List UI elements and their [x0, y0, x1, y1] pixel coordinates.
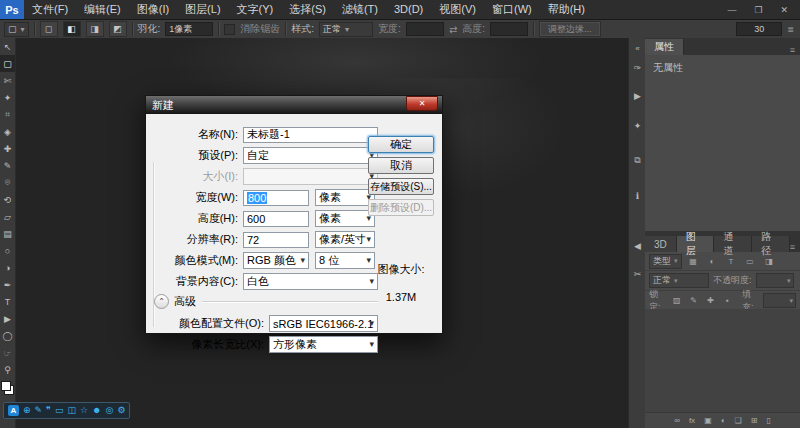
styles-panel-icon[interactable]: ✦ — [629, 118, 646, 134]
collapse-panels-icon[interactable]: « — [629, 40, 646, 56]
clone-source-panel-icon[interactable]: ⧉ — [629, 152, 646, 168]
advanced-section-toggle[interactable]: ⌃ 高级 — [154, 294, 378, 309]
workspace-field[interactable]: 30 — [736, 22, 782, 36]
actions-panel-icon[interactable]: ▶ — [629, 88, 646, 104]
tab-3d[interactable]: 3D — [645, 236, 677, 252]
filter-shape-icon[interactable]: ▭ — [743, 254, 758, 269]
height-unit-dropdown[interactable]: 像素 — [315, 210, 375, 227]
menu-view[interactable]: 视图(V) — [431, 0, 484, 19]
selection-add-button[interactable]: ◧ — [63, 21, 81, 37]
layers-list[interactable] — [645, 309, 800, 413]
feather-input[interactable]: 1像素 — [165, 22, 213, 36]
ok-button[interactable]: 确定 — [368, 136, 434, 153]
blend-mode-dropdown[interactable]: 正常 — [649, 273, 709, 288]
eraser-tool[interactable]: ▱ — [0, 208, 15, 225]
layer-mask-icon[interactable]: ▣ — [704, 416, 712, 425]
new-group-icon[interactable]: ❏ — [735, 416, 742, 425]
style-dropdown[interactable]: 正常 — [319, 22, 373, 37]
ime-search-icon[interactable]: ◎ — [106, 403, 114, 418]
lock-position-icon[interactable]: ✚ — [704, 293, 717, 308]
minimize-button[interactable]: — — [727, 5, 736, 15]
menu-edit[interactable]: 编辑(E) — [76, 0, 129, 19]
pixel-aspect-dropdown[interactable]: 方形像素 — [269, 336, 378, 353]
ime-keyboard-icon[interactable]: ▭ — [55, 403, 64, 418]
menu-filter[interactable]: 滤镜(T) — [334, 0, 386, 19]
crop-tool[interactable]: ⌗ — [0, 106, 15, 123]
lock-pixels-icon[interactable]: ✎ — [687, 293, 700, 308]
shape-tool[interactable]: ◯ — [0, 327, 15, 344]
resolution-input[interactable]: 72 — [243, 232, 309, 248]
ime-settings-icon[interactable]: ⚙ — [117, 403, 125, 418]
swap-dimensions-icon[interactable]: ⇄ — [449, 24, 457, 35]
ime-punctuation-icon[interactable]: ❞ — [46, 403, 51, 418]
color-mode-dropdown[interactable]: RGB 颜色 — [243, 252, 309, 269]
color-profile-dropdown[interactable]: sRGB IEC61966-2.1 — [269, 315, 378, 332]
height-input[interactable] — [490, 22, 528, 36]
filter-pixel-icon[interactable]: ▦ — [686, 254, 701, 269]
app-logo-icon[interactable]: Ps — [0, 0, 24, 19]
advanced-chevron-icon[interactable]: ⌃ — [154, 294, 169, 309]
menu-image[interactable]: 图像(I) — [129, 0, 177, 19]
menu-window[interactable]: 窗口(W) — [484, 0, 540, 19]
delete-layer-icon[interactable]: ▯ — [766, 416, 770, 425]
antialias-checkbox[interactable] — [224, 24, 235, 35]
ime-favorite-icon[interactable]: ☆ — [80, 403, 88, 418]
measure-panel-icon[interactable]: ✂ — [629, 266, 646, 282]
width-unit-dropdown[interactable]: 像素 — [315, 189, 375, 206]
ime-mode-icon[interactable]: ⊕ — [23, 403, 31, 418]
bit-depth-dropdown[interactable]: 8 位 — [315, 252, 375, 269]
preset-dropdown[interactable]: 自定 — [243, 147, 378, 164]
ime-handwrite-icon[interactable]: ✎ — [35, 403, 43, 418]
move-tool[interactable]: ↖ — [0, 38, 15, 55]
info-panel-icon[interactable]: ℹ — [629, 188, 646, 204]
selection-intersect-button[interactable]: ◩ — [109, 21, 127, 37]
pen-tool[interactable]: ✒ — [0, 276, 15, 293]
ime-logo-icon[interactable]: A — [8, 405, 19, 416]
restore-button[interactable]: ❐ — [754, 5, 762, 15]
opacity-field[interactable] — [756, 273, 794, 288]
eyedropper-tool[interactable]: ◈ — [0, 123, 15, 140]
color-swatches[interactable] — [1, 381, 14, 395]
save-preset-button[interactable]: 存储预设(S)... — [368, 178, 434, 195]
filter-type-icon[interactable]: T — [724, 254, 739, 269]
refine-edge-button[interactable]: 调整边缘... — [539, 21, 601, 37]
healing-brush-tool[interactable]: ✚ — [0, 140, 15, 157]
tool-preset-dropdown[interactable]: ▢ — [4, 22, 29, 37]
new-layer-icon[interactable]: ⊞ — [751, 416, 758, 425]
hand-tool[interactable]: ☞ — [0, 344, 15, 361]
blur-tool[interactable]: ○ — [0, 242, 15, 259]
menu-select[interactable]: 选择(S) — [281, 0, 334, 19]
name-input[interactable]: 未标题-1 — [243, 127, 378, 143]
dialog-close-button[interactable]: ✕ — [406, 96, 438, 111]
selection-new-button[interactable]: ◻ — [40, 21, 58, 37]
tab-properties[interactable]: 属性 — [645, 39, 684, 55]
menu-layer[interactable]: 图层(L) — [177, 0, 228, 19]
history-panel-icon[interactable]: ✑ — [629, 60, 646, 76]
adjustment-layer-icon[interactable]: ◐ — [721, 416, 726, 425]
menu-file[interactable]: 文件(F) — [24, 0, 76, 19]
brush-tool[interactable]: ✎ — [0, 157, 15, 174]
dialog-title-bar[interactable]: 新建 ✕ — [146, 96, 442, 114]
path-select-tool[interactable]: ▶ — [0, 310, 15, 327]
notes-panel-icon[interactable]: ◀ — [629, 238, 646, 254]
panel-menu-icon[interactable]: ≡ — [790, 242, 800, 252]
lasso-tool[interactable]: ✄ — [0, 72, 15, 89]
ime-account-icon[interactable]: ☻ — [92, 403, 101, 418]
dodge-tool[interactable]: ◑ — [0, 259, 15, 276]
options-menu-icon[interactable]: ≣ — [787, 25, 794, 34]
foreground-color-swatch[interactable] — [1, 381, 11, 391]
width-input[interactable]: 800 — [243, 190, 309, 206]
menu-3d[interactable]: 3D(D) — [386, 0, 431, 19]
ime-skin-icon[interactable]: ◫ — [67, 403, 76, 418]
filter-adjustment-icon[interactable]: ◐ — [705, 254, 720, 269]
link-layers-icon[interactable]: ∞ — [674, 416, 680, 425]
width-input[interactable] — [406, 22, 444, 36]
tab-channels[interactable]: 通道 — [714, 236, 752, 252]
tab-layers[interactable]: 图层 — [677, 236, 715, 252]
resolution-unit-dropdown[interactable]: 像素/英寸 — [315, 231, 375, 248]
marquee-tool[interactable]: ▢ — [0, 55, 15, 72]
cancel-button[interactable]: 取消 — [368, 157, 434, 174]
background-dropdown[interactable]: 白色 — [243, 273, 378, 290]
height-input[interactable]: 600 — [243, 211, 309, 227]
selection-subtract-button[interactable]: ◨ — [86, 21, 104, 37]
